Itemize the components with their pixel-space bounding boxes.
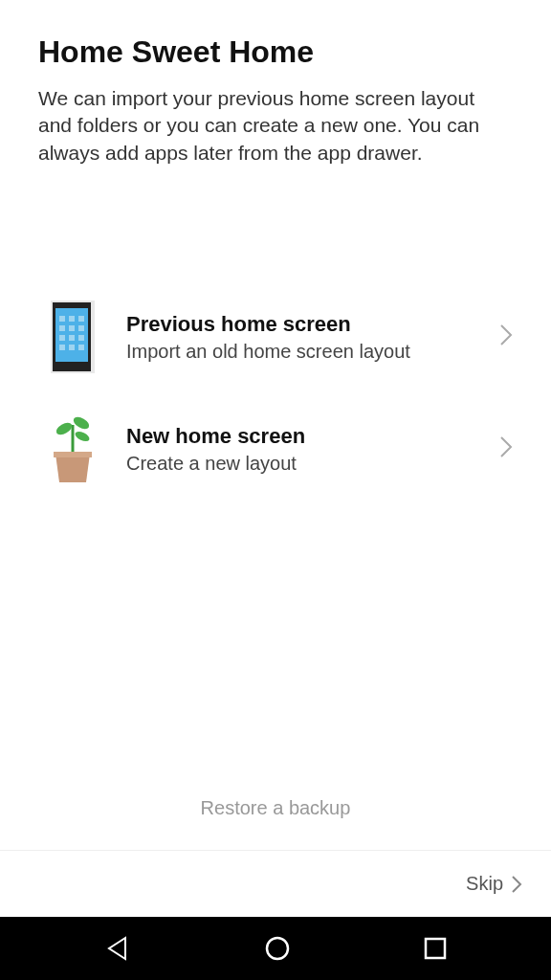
skip-button[interactable]: Skip — [466, 873, 522, 895]
home-button[interactable] — [264, 935, 291, 962]
svg-rect-9 — [59, 335, 65, 341]
svg-rect-21 — [426, 939, 445, 958]
page-description: We can import your previous home screen … — [38, 85, 513, 167]
restore-backup-link[interactable]: Restore a backup — [38, 774, 513, 850]
page-title: Home Sweet Home — [38, 34, 513, 70]
skip-label: Skip — [466, 873, 503, 895]
svg-rect-8 — [78, 325, 84, 331]
android-nav-bar — [0, 917, 551, 980]
svg-rect-14 — [78, 345, 84, 350]
option-new-home-screen[interactable]: New home screen Create a new layout — [38, 392, 513, 505]
phone-icon — [38, 301, 107, 373]
chevron-right-icon — [511, 875, 522, 894]
plant-icon — [38, 412, 107, 486]
svg-point-17 — [74, 430, 91, 443]
option-new-title: New home screen — [126, 424, 499, 449]
svg-rect-5 — [78, 316, 84, 322]
back-button[interactable] — [104, 935, 131, 962]
svg-point-16 — [72, 414, 92, 432]
option-previous-title: Previous home screen — [126, 312, 499, 337]
svg-point-20 — [267, 938, 288, 959]
svg-rect-3 — [59, 316, 65, 322]
svg-marker-19 — [109, 938, 125, 959]
svg-point-15 — [55, 420, 75, 437]
svg-rect-4 — [69, 316, 75, 322]
svg-rect-10 — [69, 335, 75, 341]
option-previous-subtitle: Import an old home screen layout — [126, 341, 499, 363]
skip-bar: Skip — [0, 850, 551, 917]
svg-rect-18 — [54, 452, 92, 457]
chevron-right-icon — [499, 435, 513, 462]
svg-rect-11 — [78, 335, 84, 341]
recent-apps-button[interactable] — [424, 937, 447, 960]
svg-rect-7 — [69, 325, 75, 331]
option-new-subtitle: Create a new layout — [126, 453, 499, 475]
svg-rect-6 — [59, 325, 65, 331]
chevron-right-icon — [499, 323, 513, 350]
svg-rect-12 — [59, 345, 65, 350]
svg-rect-13 — [69, 345, 75, 350]
option-previous-home-screen[interactable]: Previous home screen Import an old home … — [38, 281, 513, 392]
